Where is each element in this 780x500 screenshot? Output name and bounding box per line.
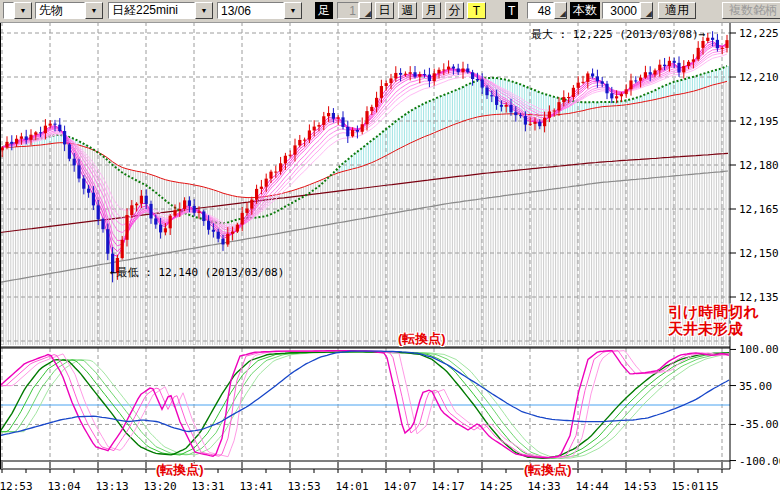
turning-point-annotation-bottom-right: (転換点)	[524, 461, 572, 479]
bar-count-value: 3000	[602, 2, 640, 19]
chevron-down-icon[interactable]: ▼	[195, 2, 213, 19]
svg-text:35.00: 35.00	[739, 380, 772, 393]
svg-text:13:04: 13:04	[47, 480, 80, 493]
svg-text:12,180: 12,180	[739, 159, 779, 172]
max-price-annotation: 最大 : 12,225 (2013/03/08)→	[531, 27, 705, 42]
turning-point-annotation-bottom-left: (転換点)	[156, 461, 204, 479]
minute-button[interactable]: 分	[445, 2, 464, 19]
apply-button[interactable]: 適用	[658, 2, 696, 19]
app-window: { "toolbar": { "mini_combo_value": "", "…	[0, 0, 780, 500]
svg-text:12:53: 12:53	[0, 480, 33, 493]
svg-text:100.00: 100.00	[739, 343, 779, 356]
bar-interval-value: 1	[337, 2, 359, 19]
bar-interval-stepper[interactable]: 1 ◢	[337, 2, 372, 19]
svg-text:14:33: 14:33	[527, 480, 560, 493]
svg-text:13:20: 13:20	[143, 480, 176, 493]
closing-note-line1: 引け時間切れ	[668, 303, 759, 320]
svg-text:14:44: 14:44	[575, 480, 608, 493]
min-price-annotation: ←最低 : 12,140 (2013/03/08)	[110, 265, 284, 280]
market-combobox-value: 先物	[35, 2, 85, 19]
weekly-button[interactable]: 週	[398, 2, 417, 19]
spinner-icon[interactable]: ◢	[554, 2, 567, 19]
mini-combobox-value	[3, 2, 14, 19]
svg-text:15:01: 15:01	[671, 480, 704, 493]
svg-text:14:01: 14:01	[335, 480, 368, 493]
chart-canvas: 12,22512,21012,19512,18012,16512,15012,1…	[0, 0, 780, 500]
chevron-down-icon[interactable]: ▼	[284, 2, 302, 19]
svg-text:12,195: 12,195	[739, 115, 779, 128]
closing-note-annotation: 引け時間切れ 天井未形成	[668, 303, 759, 337]
svg-text:14:17: 14:17	[431, 480, 464, 493]
symbol-combobox-value: 日経225mini	[108, 2, 195, 19]
tick-count-value: 48	[527, 2, 554, 19]
svg-text:13:41: 13:41	[239, 480, 272, 493]
svg-text:12,225: 12,225	[739, 27, 779, 40]
monthly-button[interactable]: 月	[422, 2, 441, 19]
toolbar: ▼ 先物 ▼ 日経225mini ▼ 13/06 ▼ 足 1 ◢ 日 週 月 分…	[0, 0, 780, 23]
daily-button[interactable]: 日	[375, 2, 394, 19]
svg-text:12,210: 12,210	[739, 71, 779, 84]
spinner-icon[interactable]: ◢	[359, 2, 372, 19]
turning-point-annotation-top: (転換点)	[398, 330, 446, 348]
svg-text:12,165: 12,165	[739, 203, 779, 216]
svg-text:-100.00: -100.00	[739, 455, 780, 468]
chevron-down-icon[interactable]: ▼	[85, 2, 103, 19]
chevron-down-icon[interactable]: ▼	[14, 2, 32, 19]
spinner-icon[interactable]: ◢	[640, 2, 653, 19]
svg-text:13:13: 13:13	[95, 480, 128, 493]
tick-count-label: T	[505, 2, 518, 19]
bar-count-stepper[interactable]: 3000 ◢	[602, 2, 653, 19]
multi-symbol-button[interactable]: 複数銘柄	[722, 2, 780, 19]
tick-count-stepper[interactable]: 48 ◢	[527, 2, 567, 19]
svg-text:14:53: 14:53	[623, 480, 656, 493]
svg-text:13:31: 13:31	[191, 480, 224, 493]
contract-month-combobox[interactable]: 13/06 ▼	[217, 2, 302, 19]
svg-text:14:25: 14:25	[479, 480, 512, 493]
svg-text:-35.00: -35.00	[739, 418, 779, 431]
svg-text:13:53: 13:53	[287, 480, 320, 493]
contract-month-combobox-value: 13/06	[217, 2, 284, 19]
market-combobox[interactable]: 先物 ▼	[35, 2, 103, 19]
closing-note-line2: 天井未形成	[668, 320, 759, 337]
symbol-combobox[interactable]: 日経225mini ▼	[108, 2, 213, 19]
svg-text:15: 15	[705, 480, 718, 493]
bar-type-label: 足	[315, 2, 333, 19]
bar-count-label: 本数	[570, 2, 600, 19]
svg-text:14:07: 14:07	[383, 480, 416, 493]
svg-text:12,150: 12,150	[739, 247, 779, 260]
tick-button[interactable]: T	[467, 2, 486, 19]
mini-combobox[interactable]: ▼	[3, 2, 32, 19]
